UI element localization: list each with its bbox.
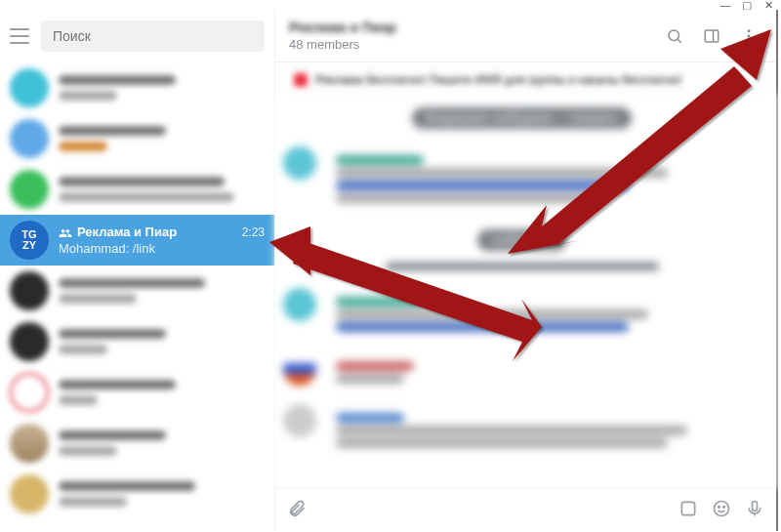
list-item[interactable] [0, 316, 274, 367]
conversation-panel: Реклама и Пиар 48 members Реклама беспла… [275, 10, 776, 531]
avatar-label: TG ZY [21, 229, 36, 251]
conversation-title[interactable]: Реклама и Пиар [289, 20, 651, 35]
list-item[interactable] [0, 266, 274, 316]
pinned-message[interactable]: Реклама бесплатно! Пишите ИМЯ для группы… [283, 66, 768, 94]
svg-point-9 [719, 506, 720, 508]
chat-preview: Mohammad: /link [59, 241, 155, 256]
svg-point-0 [669, 30, 679, 41]
chat-time: 2:23 [242, 225, 265, 239]
list-item[interactable] [0, 113, 274, 164]
svg-rect-2 [705, 30, 719, 42]
menu-icon[interactable] [10, 28, 29, 44]
pin-icon [294, 73, 308, 87]
sticker-icon[interactable] [678, 499, 698, 522]
svg-point-10 [723, 506, 725, 508]
sidepanel-icon[interactable] [698, 22, 725, 50]
chat-selected[interactable]: TG ZY Реклама и Пиар 2:23 Mohammad: /l [0, 215, 274, 266]
members-count: 48 members [289, 37, 651, 52]
attach-icon[interactable] [287, 499, 307, 522]
svg-point-8 [715, 501, 729, 515]
pinned-text: Реклама бесплатно! Пишите ИМЯ для группы… [315, 73, 682, 87]
svg-point-5 [748, 34, 751, 37]
list-item[interactable] [0, 62, 274, 113]
titlebar: — ▢ ✕ [0, 0, 781, 10]
svg-point-4 [748, 29, 751, 32]
chat-list[interactable]: TG ZY Реклама и Пиар 2:23 Mohammad: /l [0, 62, 274, 531]
group-icon [59, 226, 72, 238]
date-pill: Вчерашние сообщения — показать [412, 107, 632, 129]
search-icon[interactable] [661, 22, 688, 50]
mic-icon[interactable] [745, 499, 764, 522]
list-item[interactable] [0, 418, 274, 469]
svg-rect-7 [681, 502, 694, 514]
emoji-icon[interactable] [712, 499, 731, 522]
list-item[interactable] [0, 367, 274, 418]
svg-rect-11 [753, 501, 758, 511]
chat-title: Реклама и Пиар [77, 225, 177, 239]
sidebar: TG ZY Реклама и Пиар 2:23 Mohammad: /l [0, 10, 275, 531]
list-item[interactable] [0, 469, 274, 519]
svg-point-6 [748, 39, 751, 42]
list-item[interactable] [0, 164, 274, 215]
search-input[interactable] [41, 20, 265, 52]
avatar: TG ZY [10, 221, 49, 260]
conversation-header: Реклама и Пиар 48 members [275, 10, 776, 62]
svg-line-1 [678, 39, 680, 42]
more-icon[interactable] [735, 22, 762, 50]
composer [275, 488, 776, 531]
message-area[interactable]: Вчерашние сообщения — показать сообщение [275, 94, 776, 488]
